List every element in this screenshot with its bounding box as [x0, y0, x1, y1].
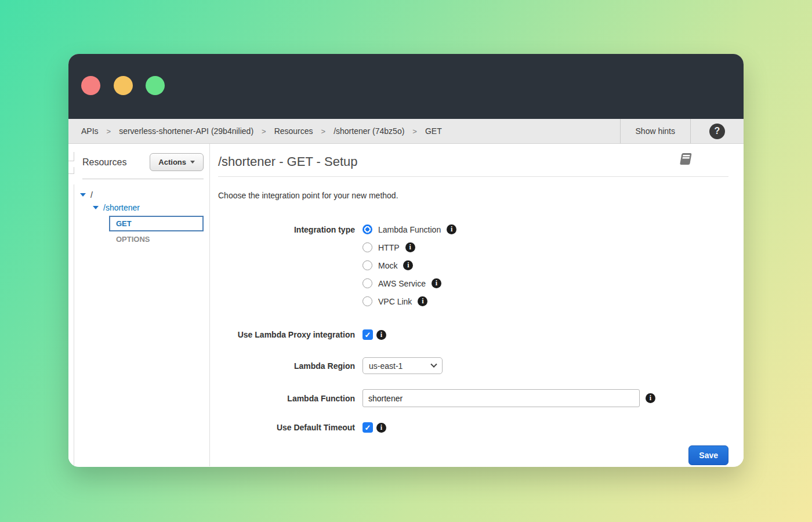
tree-item-root[interactable]: / [90, 190, 93, 200]
breadcrumb-resource-path[interactable]: /shortener (74bz5o) [334, 126, 404, 136]
breadcrumb-separator: > [412, 127, 417, 136]
zoom-window-button[interactable] [146, 76, 165, 95]
breadcrumb-resources[interactable]: Resources [274, 126, 313, 136]
panel-edge-fragment [68, 167, 74, 174]
breadcrumb: APIs > serverless-shortener-API (29b4nil… [68, 119, 620, 143]
app-window: APIs > serverless-shortener-API (29b4nil… [68, 54, 744, 467]
info-icon[interactable]: i [432, 278, 441, 288]
collapsed-panel-edge [68, 144, 74, 466]
page-title: /shortener - GET - Setup [218, 154, 357, 169]
actions-dropdown-button[interactable]: Actions [150, 153, 204, 171]
lambda-region-label: Lambda Region [218, 361, 362, 371]
radio-row-aws-service: AWS Service i [362, 278, 456, 288]
help-icon: ? [709, 124, 725, 139]
radio-label: VPC Link [378, 297, 412, 306]
chevron-down-icon [430, 361, 437, 367]
radio-label: AWS Service [378, 279, 426, 288]
breadcrumb-separator: > [107, 127, 111, 136]
radio-row-mock: Mock i [362, 260, 456, 270]
info-icon[interactable]: i [418, 296, 427, 306]
close-window-button[interactable] [81, 76, 100, 95]
info-icon[interactable]: i [403, 260, 413, 270]
radio-label: HTTP [378, 243, 400, 252]
save-button[interactable]: Save [688, 445, 728, 465]
collapse-root-icon[interactable] [80, 193, 86, 197]
radio-label: Mock [378, 261, 397, 270]
content-area: Resources Actions / /shortener GET OPTIO… [68, 144, 744, 466]
lambda-function-input[interactable] [362, 389, 640, 407]
lambda-region-value: us-east-1 [369, 361, 403, 371]
panel-edge-fragment [68, 152, 74, 161]
actions-button-label: Actions [158, 158, 186, 166]
breadcrumb-apis[interactable]: APIs [81, 126, 99, 136]
minimize-window-button[interactable] [114, 76, 133, 95]
proxy-integration-row: Use Lambda Proxy integration ✓ i [218, 329, 728, 340]
radio-row-lambda-function: Lambda Function i [362, 224, 456, 234]
lambda-function-radio[interactable] [362, 224, 372, 234]
info-icon[interactable]: i [376, 330, 386, 340]
aws-service-radio[interactable] [362, 278, 372, 288]
lambda-region-row: Lambda Region us-east-1 [218, 357, 728, 374]
tree-item-method-get[interactable]: GET [109, 216, 204, 231]
caret-down-icon [190, 161, 195, 164]
show-hints-button[interactable]: Show hints [620, 119, 690, 143]
help-button[interactable]: ? [690, 119, 744, 143]
lambda-function-label: Lambda Function [218, 393, 362, 404]
lambda-region-select[interactable]: us-east-1 [362, 357, 443, 374]
radio-row-http: HTTP i [362, 242, 456, 252]
radio-label: Lambda Function [378, 225, 441, 234]
sidebar-title: Resources [82, 157, 126, 168]
proxy-integration-label: Use Lambda Proxy integration [218, 329, 362, 340]
default-timeout-label: Use Default Timeout [218, 422, 362, 433]
info-icon[interactable]: i [376, 423, 386, 433]
default-timeout-row: Use Default Timeout ✓ i [218, 422, 728, 433]
mock-radio[interactable] [362, 260, 372, 270]
lambda-function-row: Lambda Function i [218, 389, 728, 407]
breadcrumb-method[interactable]: GET [425, 126, 442, 136]
breadcrumb-bar: APIs > serverless-shortener-API (29b4nil… [68, 119, 744, 144]
http-radio[interactable] [362, 242, 372, 252]
breadcrumb-api-name[interactable]: serverless-shortener-API (29b4nilied) [119, 126, 253, 136]
proxy-integration-checkbox[interactable]: ✓ [362, 329, 373, 340]
info-icon[interactable]: i [447, 224, 456, 234]
window-titlebar [68, 54, 744, 119]
integration-type-row: Integration type Lambda Function i HTTP … [218, 224, 728, 306]
breadcrumb-separator: > [321, 127, 326, 136]
resources-sidebar: Resources Actions / /shortener GET OPTIO… [74, 144, 209, 466]
integration-type-label: Integration type [218, 224, 362, 235]
vpc-link-radio[interactable] [362, 296, 372, 306]
collapse-resource-icon[interactable] [93, 206, 99, 209]
resource-tree: / /shortener GET OPTIONS [80, 188, 204, 244]
setup-description: Choose the integration point for your ne… [218, 191, 728, 200]
info-icon[interactable]: i [405, 242, 415, 252]
tree-item-shortener[interactable]: /shortener [103, 203, 140, 212]
breadcrumb-separator: > [262, 127, 266, 136]
default-timeout-checkbox[interactable]: ✓ [362, 422, 373, 433]
info-icon[interactable]: i [646, 393, 655, 403]
save-row: Save [218, 445, 728, 465]
sidebar-divider [82, 179, 204, 179]
header-divider [218, 176, 728, 177]
documentation-book-icon[interactable] [677, 152, 693, 166]
method-setup-panel: /shortener - GET - Setup Choose the inte… [209, 144, 744, 466]
setup-form: Integration type Lambda Function i HTTP … [218, 224, 728, 465]
tree-item-method-options[interactable]: OPTIONS [116, 235, 204, 244]
radio-row-vpc-link: VPC Link i [362, 296, 456, 306]
